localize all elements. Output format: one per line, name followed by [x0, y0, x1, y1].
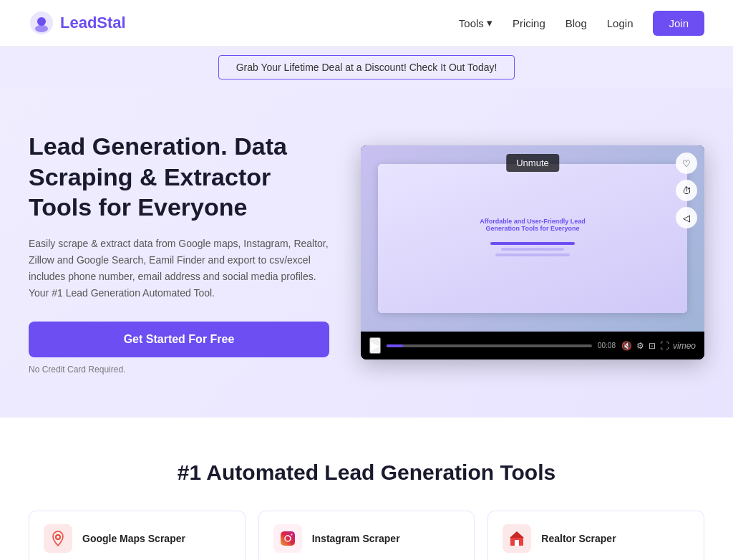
video-player: Affordable and User-Friendly LeadGenerat… [361, 145, 704, 359]
volume-icon[interactable]: 🔇 [621, 341, 632, 351]
tool-card-realtor[interactable]: Realtor Scraper [487, 511, 704, 560]
logo-text: LeadStal [60, 14, 126, 32]
blog-nav-link[interactable]: Blog [565, 17, 587, 29]
play-button[interactable]: ▶ [369, 337, 381, 354]
tool-card-instagram[interactable]: Instagram Scraper [258, 511, 475, 560]
nav-links: Tools ▾ Pricing Blog Login Join [459, 11, 704, 36]
hero-description: Easily scrape & extract data from Google… [29, 236, 329, 301]
progress-bar[interactable] [387, 344, 592, 347]
svg-point-4 [57, 536, 59, 539]
logo-link[interactable]: LeadStal [29, 10, 126, 36]
pricing-nav-link[interactable]: Pricing [513, 17, 545, 29]
tools-section-title: #1 Automated Lead Generation Tools [29, 460, 704, 485]
promo-banner-text: Grab Your Lifetime Deal at a Discount! C… [218, 55, 515, 79]
video-controls-right: 🔇 ⚙ ⊡ ⛶ vimeo [621, 341, 696, 351]
join-button[interactable]: Join [653, 11, 704, 36]
pip-icon[interactable]: ⊡ [649, 341, 656, 351]
progress-fill [387, 344, 403, 347]
login-nav-link[interactable]: Login [607, 17, 634, 29]
settings-icon[interactable]: ⚙ [636, 341, 644, 351]
no-credit-label: No Credit Card Required. [29, 365, 329, 375]
svg-rect-10 [515, 540, 519, 546]
svg-point-7 [291, 534, 292, 535]
svg-point-2 [35, 25, 48, 32]
promo-banner[interactable]: Grab Your Lifetime Deal at a Discount! C… [0, 47, 733, 88]
hero-section: Lead Generation. Data Scraping & Extract… [0, 88, 733, 417]
google-maps-icon [44, 524, 72, 553]
tools-grid: Google Maps Scraper Instagram Scraper Re… [29, 511, 704, 560]
video-controls-bar: ▶ 00:08 🔇 ⚙ ⊡ ⛶ vimeo [361, 332, 704, 359]
tool-card-google-maps[interactable]: Google Maps Scraper [29, 511, 246, 560]
video-content: Affordable and User-Friendly LeadGenerat… [378, 164, 687, 313]
instagram-icon [273, 524, 302, 553]
unmute-button[interactable]: Unmute [506, 154, 559, 172]
video-time: 00:08 [598, 342, 616, 349]
tools-section: #1 Automated Lead Generation Tools Googl… [0, 417, 733, 560]
navbar: LeadStal Tools ▾ Pricing Blog Login Join [0, 0, 733, 47]
video-side-controls: ♡ ⏱ ◁ [676, 153, 697, 228]
chevron-down-icon: ▾ [487, 16, 492, 29]
vimeo-label: vimeo [673, 341, 696, 351]
nav-tools-dropdown[interactable]: Tools ▾ [459, 16, 492, 29]
tool-name-instagram: Instagram Scraper [312, 533, 400, 544]
realtor-icon [503, 524, 531, 553]
video-screen: Affordable and User-Friendly LeadGenerat… [378, 164, 687, 313]
like-button[interactable]: ♡ [676, 153, 697, 174]
svg-point-1 [37, 17, 46, 26]
logo-icon [29, 10, 54, 36]
fullscreen-icon[interactable]: ⛶ [660, 341, 669, 351]
video-thumbnail: Affordable and User-Friendly LeadGenerat… [361, 145, 704, 332]
tool-name-google-maps: Google Maps Scraper [82, 533, 185, 544]
svg-marker-9 [510, 531, 524, 538]
watch-later-button[interactable]: ⏱ [676, 180, 697, 201]
tools-nav-label: Tools [459, 17, 484, 29]
tool-name-realtor: Realtor Scraper [541, 533, 616, 544]
hero-title: Lead Generation. Data Scraping & Extract… [29, 131, 329, 223]
svg-rect-5 [281, 531, 295, 546]
hero-content: Lead Generation. Data Scraping & Extract… [29, 131, 329, 375]
share-button[interactable]: ◁ [676, 207, 697, 228]
get-started-button[interactable]: Get Started For Free [29, 322, 329, 357]
